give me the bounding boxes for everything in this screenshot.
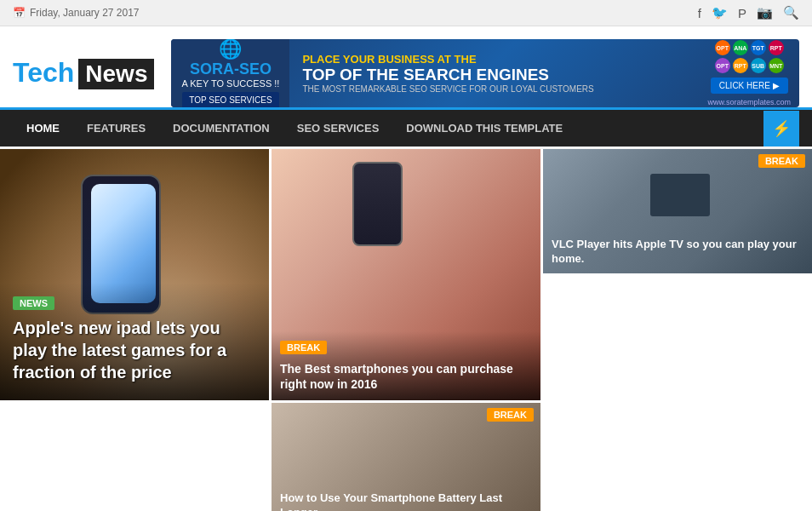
featured-main-badge: NEWS: [13, 296, 54, 310]
featured-grid: NEWS Apple's new ipad lets you play the …: [0, 149, 812, 511]
featured-mid-title: The Best smartphones you can purchase ri…: [280, 361, 532, 392]
featured-mid-badge: BREAK: [280, 341, 327, 354]
banner-sora-name: SORA-SEO: [190, 60, 272, 78]
nav-download[interactable]: DOWNLOAD THIS TEMPLATE: [392, 110, 576, 146]
featured-tr1-title: VLC Player hits Apple TV so you can play…: [552, 238, 803, 267]
circle-4: RPT: [769, 40, 784, 55]
banner-circles: OPT ANA TGT RPT OPT RPT SUB MNT: [715, 40, 784, 73]
circle-1: OPT: [715, 40, 730, 55]
twitter-icon[interactable]: 🐦: [712, 5, 728, 20]
banner-headline1: Place Your Business at the: [302, 53, 686, 66]
banner-middle: Place Your Business at the TOP OF THE SE…: [289, 46, 699, 100]
globe-icon: 🌐: [219, 39, 242, 60]
banner-subtext: THE MOST REMARKABLE SEO SERVICE FOR OUR …: [302, 84, 686, 94]
banner-url: www.soratemplates.com: [707, 98, 791, 106]
nav-home[interactable]: HOME: [13, 110, 73, 146]
banner-tagline: A KEY TO SUCCESS !!: [181, 78, 279, 89]
featured-top-right[interactable]: BREAK VLC Player hits Apple TV so you ca…: [543, 149, 812, 273]
site-header: Tech News 🌐 SORA-SEO A KEY TO SUCCESS !!…: [0, 26, 812, 110]
logo-tech: Tech: [13, 57, 74, 89]
featured-main-title: Apple's new ipad lets you play the lates…: [13, 317, 256, 383]
top-bar: 📅 Friday, January 27 2017 f 🐦 P 📷 🔍: [0, 0, 812, 26]
featured-mid-overlay: BREAK The Best smartphones you can purch…: [272, 331, 540, 400]
featured-tr2-title: How to Use Your Smartphone Battery Last …: [280, 491, 532, 511]
instagram-icon[interactable]: 📷: [757, 5, 773, 20]
banner-headline2: TOP OF THE SEARCH ENGINES: [302, 66, 686, 84]
random-icon: ⚡: [772, 119, 791, 138]
search-icon[interactable]: 🔍: [783, 5, 799, 20]
header-banner[interactable]: 🌐 SORA-SEO A KEY TO SUCCESS !! TOP SEO S…: [171, 39, 799, 107]
featured-main-overlay: NEWS Apple's new ipad lets you play the …: [0, 283, 269, 400]
circle-8: MNT: [769, 58, 784, 73]
banner-left: 🌐 SORA-SEO A KEY TO SUCCESS !! TOP SEO S…: [171, 39, 289, 107]
featured-bottom-right[interactable]: BREAK How to Use Your Smartphone Battery…: [272, 403, 540, 511]
calendar-icon: 📅: [13, 7, 26, 19]
click-here-button[interactable]: CLICK HERE ▶: [711, 78, 788, 94]
circle-6: RPT: [733, 58, 748, 73]
nav-seo[interactable]: SEO SERVICES: [283, 110, 393, 146]
date-text: Friday, January 27 2017: [30, 7, 140, 19]
logo-news: News: [78, 59, 154, 89]
banner-cta-button[interactable]: TOP SEO SERVICES: [182, 92, 278, 107]
circle-2: ANA: [733, 40, 748, 55]
banner-right: OPT ANA TGT RPT OPT RPT SUB MNT CLICK HE…: [699, 39, 799, 107]
random-button[interactable]: ⚡: [763, 111, 799, 146]
site-logo[interactable]: Tech News: [13, 57, 154, 89]
circle-5: OPT: [715, 58, 730, 73]
featured-tr1-badge: BREAK: [758, 154, 805, 168]
main-nav: HOME FEATURES DOCUMENTATION SEO SERVICES…: [0, 110, 812, 146]
circle-7: SUB: [751, 58, 766, 73]
pinterest-icon[interactable]: P: [738, 6, 746, 20]
nav-items: HOME FEATURES DOCUMENTATION SEO SERVICES…: [13, 110, 763, 146]
date-display: 📅 Friday, January 27 2017: [13, 7, 140, 19]
nav-features[interactable]: FEATURES: [73, 110, 159, 146]
featured-tr2-badge: BREAK: [487, 408, 534, 422]
nav-documentation[interactable]: DOCUMENTATION: [159, 110, 283, 146]
featured-mid[interactable]: BREAK The Best smartphones you can purch…: [272, 149, 540, 400]
featured-main[interactable]: NEWS Apple's new ipad lets you play the …: [0, 149, 269, 400]
circle-3: TGT: [751, 40, 766, 55]
social-icons: f 🐦 P 📷 🔍: [698, 5, 799, 20]
facebook-icon[interactable]: f: [698, 6, 701, 20]
